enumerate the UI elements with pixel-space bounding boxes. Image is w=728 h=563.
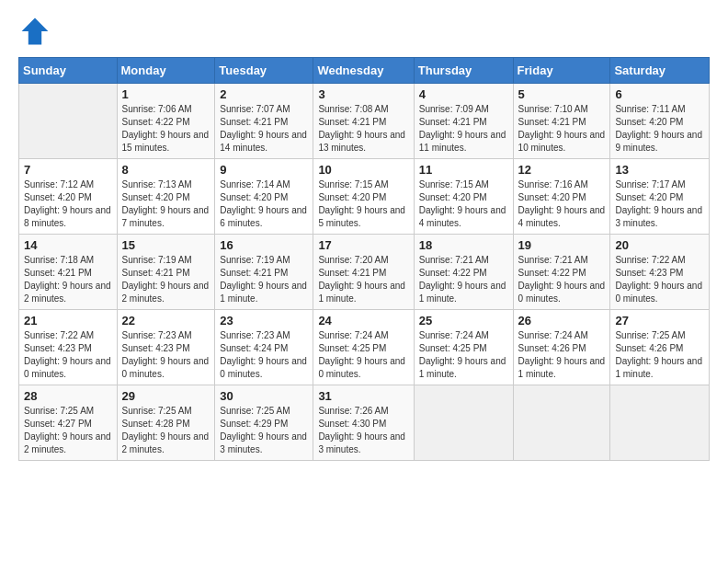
calendar-day-cell: 29Sunrise: 7:25 AMSunset: 4:28 PMDayligh… <box>117 385 215 461</box>
weekday-header-cell: Monday <box>117 58 215 84</box>
day-info: Sunrise: 7:11 AMSunset: 4:20 PMDaylight:… <box>615 103 704 155</box>
day-number: 31 <box>318 389 408 403</box>
calendar-week-row: 28Sunrise: 7:25 AMSunset: 4:27 PMDayligh… <box>19 385 710 461</box>
calendar-day-cell: 31Sunrise: 7:26 AMSunset: 4:30 PMDayligh… <box>313 385 414 461</box>
day-number: 29 <box>122 389 210 403</box>
calendar-day-cell: 4Sunrise: 7:09 AMSunset: 4:21 PMDaylight… <box>414 84 513 159</box>
calendar-day-cell: 14Sunrise: 7:18 AMSunset: 4:21 PMDayligh… <box>19 235 118 310</box>
day-info: Sunrise: 7:24 AMSunset: 4:25 PMDaylight:… <box>318 329 408 381</box>
calendar-day-cell: 22Sunrise: 7:23 AMSunset: 4:23 PMDayligh… <box>117 310 215 385</box>
weekday-header-row: SundayMondayTuesdayWednesdayThursdayFrid… <box>19 58 710 84</box>
day-info: Sunrise: 7:15 AMSunset: 4:20 PMDaylight:… <box>318 178 408 230</box>
calendar-day-cell: 8Sunrise: 7:13 AMSunset: 4:20 PMDaylight… <box>117 159 215 235</box>
day-info: Sunrise: 7:18 AMSunset: 4:21 PMDaylight:… <box>24 254 112 305</box>
calendar-day-cell: 16Sunrise: 7:19 AMSunset: 4:21 PMDayligh… <box>215 235 313 310</box>
day-number: 20 <box>615 238 704 252</box>
calendar-day-cell: 11Sunrise: 7:15 AMSunset: 4:20 PMDayligh… <box>414 159 513 235</box>
calendar-day-cell: 3Sunrise: 7:08 AMSunset: 4:21 PMDaylight… <box>313 84 414 159</box>
calendar-day-cell: 6Sunrise: 7:11 AMSunset: 4:20 PMDaylight… <box>610 84 710 159</box>
day-number: 10 <box>318 163 408 177</box>
day-info: Sunrise: 7:09 AMSunset: 4:21 PMDaylight:… <box>419 103 508 155</box>
day-info: Sunrise: 7:19 AMSunset: 4:21 PMDaylight:… <box>122 254 210 305</box>
weekday-header-cell: Thursday <box>414 58 513 84</box>
day-number: 19 <box>518 238 606 252</box>
day-number: 6 <box>615 87 704 101</box>
day-info: Sunrise: 7:10 AMSunset: 4:21 PMDaylight:… <box>518 103 606 155</box>
calendar-day-cell: 18Sunrise: 7:21 AMSunset: 4:22 PMDayligh… <box>414 235 513 310</box>
day-number: 9 <box>220 163 308 177</box>
day-number: 16 <box>220 238 308 252</box>
day-number: 2 <box>220 87 308 101</box>
calendar-day-cell: 23Sunrise: 7:23 AMSunset: 4:24 PMDayligh… <box>215 310 313 385</box>
day-info: Sunrise: 7:21 AMSunset: 4:22 PMDaylight:… <box>518 254 606 305</box>
day-number: 14 <box>24 238 112 252</box>
day-info: Sunrise: 7:25 AMSunset: 4:29 PMDaylight:… <box>220 405 308 456</box>
day-number: 1 <box>122 87 210 101</box>
calendar-day-cell: 27Sunrise: 7:25 AMSunset: 4:26 PMDayligh… <box>610 310 710 385</box>
day-info: Sunrise: 7:22 AMSunset: 4:23 PMDaylight:… <box>24 329 112 381</box>
calendar-day-cell: 15Sunrise: 7:19 AMSunset: 4:21 PMDayligh… <box>117 235 215 310</box>
day-info: Sunrise: 7:12 AMSunset: 4:20 PMDaylight:… <box>24 178 112 230</box>
calendar-week-row: 1Sunrise: 7:06 AMSunset: 4:22 PMDaylight… <box>19 84 710 159</box>
day-info: Sunrise: 7:19 AMSunset: 4:21 PMDaylight:… <box>220 254 308 305</box>
day-number: 30 <box>220 389 308 403</box>
day-number: 22 <box>122 314 210 327</box>
weekday-header-cell: Friday <box>513 58 610 84</box>
day-info: Sunrise: 7:06 AMSunset: 4:22 PMDaylight:… <box>122 103 210 155</box>
day-number: 28 <box>24 389 112 403</box>
day-number: 11 <box>419 163 508 177</box>
day-info: Sunrise: 7:25 AMSunset: 4:27 PMDaylight:… <box>24 405 112 456</box>
calendar-day-cell <box>610 385 710 461</box>
day-number: 25 <box>419 314 508 327</box>
day-info: Sunrise: 7:23 AMSunset: 4:24 PMDaylight:… <box>220 329 308 381</box>
calendar-day-cell <box>513 385 610 461</box>
day-number: 12 <box>518 163 606 177</box>
day-info: Sunrise: 7:23 AMSunset: 4:23 PMDaylight:… <box>122 329 210 381</box>
day-info: Sunrise: 7:17 AMSunset: 4:20 PMDaylight:… <box>615 178 704 230</box>
day-info: Sunrise: 7:16 AMSunset: 4:20 PMDaylight:… <box>518 178 606 230</box>
day-number: 15 <box>122 238 210 252</box>
day-number: 24 <box>318 314 408 327</box>
calendar-day-cell <box>414 385 513 461</box>
day-number: 21 <box>24 314 112 327</box>
calendar-day-cell: 25Sunrise: 7:24 AMSunset: 4:25 PMDayligh… <box>414 310 513 385</box>
calendar-day-cell: 28Sunrise: 7:25 AMSunset: 4:27 PMDayligh… <box>19 385 118 461</box>
calendar-body: 1Sunrise: 7:06 AMSunset: 4:22 PMDaylight… <box>19 84 710 461</box>
weekday-header-cell: Tuesday <box>215 58 313 84</box>
calendar-week-row: 21Sunrise: 7:22 AMSunset: 4:23 PMDayligh… <box>19 310 710 385</box>
day-number: 3 <box>318 87 408 101</box>
day-info: Sunrise: 7:26 AMSunset: 4:30 PMDaylight:… <box>318 405 408 456</box>
day-info: Sunrise: 7:24 AMSunset: 4:25 PMDaylight:… <box>419 329 508 381</box>
calendar-day-cell: 17Sunrise: 7:20 AMSunset: 4:21 PMDayligh… <box>313 235 414 310</box>
page-header <box>18 15 710 48</box>
logo-icon <box>18 15 51 48</box>
calendar-day-cell: 13Sunrise: 7:17 AMSunset: 4:20 PMDayligh… <box>610 159 710 235</box>
day-info: Sunrise: 7:25 AMSunset: 4:28 PMDaylight:… <box>122 405 210 456</box>
day-info: Sunrise: 7:22 AMSunset: 4:23 PMDaylight:… <box>615 254 704 305</box>
calendar-day-cell: 5Sunrise: 7:10 AMSunset: 4:21 PMDaylight… <box>513 84 610 159</box>
day-info: Sunrise: 7:08 AMSunset: 4:21 PMDaylight:… <box>318 103 408 155</box>
day-info: Sunrise: 7:24 AMSunset: 4:26 PMDaylight:… <box>518 329 606 381</box>
calendar-day-cell: 30Sunrise: 7:25 AMSunset: 4:29 PMDayligh… <box>215 385 313 461</box>
calendar-day-cell <box>19 84 118 159</box>
calendar-day-cell: 9Sunrise: 7:14 AMSunset: 4:20 PMDaylight… <box>215 159 313 235</box>
calendar-week-row: 7Sunrise: 7:12 AMSunset: 4:20 PMDaylight… <box>19 159 710 235</box>
calendar-day-cell: 12Sunrise: 7:16 AMSunset: 4:20 PMDayligh… <box>513 159 610 235</box>
day-number: 7 <box>24 163 112 177</box>
calendar-day-cell: 21Sunrise: 7:22 AMSunset: 4:23 PMDayligh… <box>19 310 118 385</box>
day-number: 23 <box>220 314 308 327</box>
day-info: Sunrise: 7:07 AMSunset: 4:21 PMDaylight:… <box>220 103 308 155</box>
day-number: 17 <box>318 238 408 252</box>
calendar-day-cell: 24Sunrise: 7:24 AMSunset: 4:25 PMDayligh… <box>313 310 414 385</box>
day-info: Sunrise: 7:15 AMSunset: 4:20 PMDaylight:… <box>419 178 508 230</box>
logo <box>18 15 55 48</box>
calendar-day-cell: 7Sunrise: 7:12 AMSunset: 4:20 PMDaylight… <box>19 159 118 235</box>
calendar-day-cell: 1Sunrise: 7:06 AMSunset: 4:22 PMDaylight… <box>117 84 215 159</box>
weekday-header-cell: Sunday <box>19 58 118 84</box>
weekday-header-cell: Wednesday <box>313 58 414 84</box>
weekday-header-cell: Saturday <box>610 58 710 84</box>
day-info: Sunrise: 7:14 AMSunset: 4:20 PMDaylight:… <box>220 178 308 230</box>
day-number: 4 <box>419 87 508 101</box>
day-number: 13 <box>615 163 704 177</box>
day-number: 26 <box>518 314 606 327</box>
